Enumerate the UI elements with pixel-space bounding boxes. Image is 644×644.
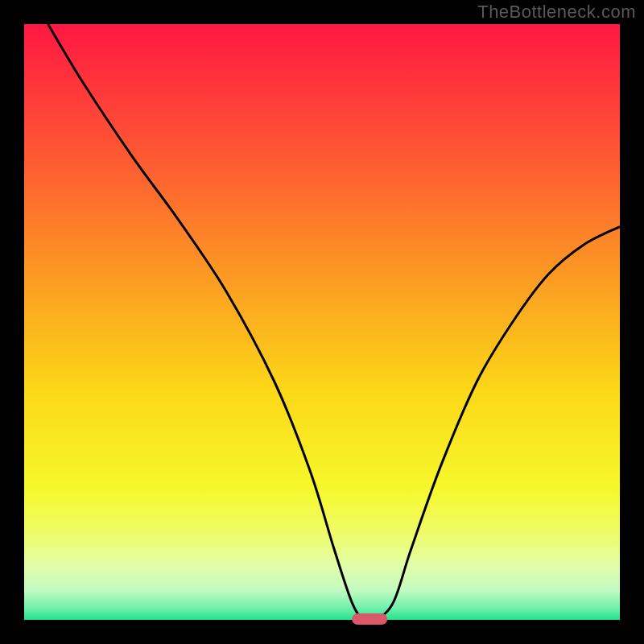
watermark-text: TheBottleneck.com xyxy=(477,2,636,23)
bottleneck-chart xyxy=(0,0,644,644)
optimal-marker xyxy=(352,613,387,625)
plot-area xyxy=(24,24,620,620)
chart-container: TheBottleneck.com xyxy=(0,0,644,644)
